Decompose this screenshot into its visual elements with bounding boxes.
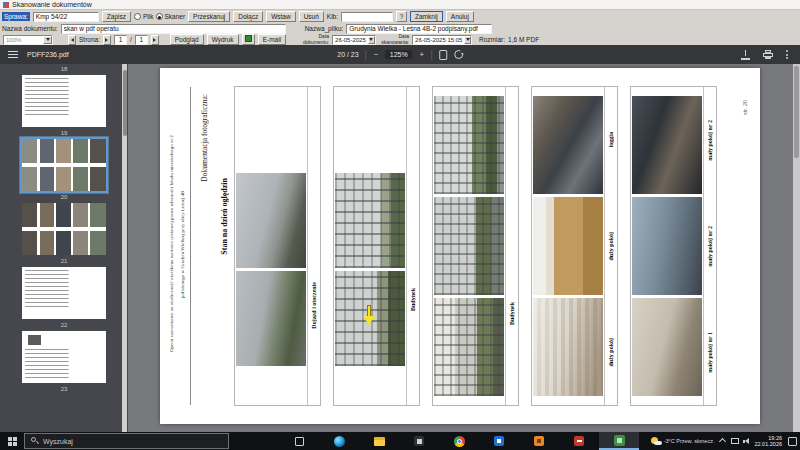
chrome-button[interactable]: [439, 432, 479, 450]
taskbar-search[interactable]: Wyszukaj: [24, 433, 229, 449]
taskbar-clock[interactable]: 19:26 22.01.2026: [754, 435, 782, 448]
orange-app-button[interactable]: [519, 432, 559, 450]
thumbnail-scrollbar[interactable]: [122, 64, 127, 432]
photo: [533, 197, 603, 295]
edge-button[interactable]: [319, 432, 359, 450]
weather-text: -3°C Przew. słonecz.: [664, 438, 715, 444]
klb-input[interactable]: [341, 12, 393, 22]
thumbnail-page-21[interactable]: [22, 203, 106, 255]
email-button[interactable]: E-mail: [258, 34, 286, 45]
volume-icon[interactable]: [743, 438, 750, 445]
plik-radio[interactable]: [134, 13, 141, 20]
podglad-button[interactable]: Podgląd: [170, 34, 204, 45]
zoom-level[interactable]: 125%: [385, 50, 413, 59]
data-dokumentu-select[interactable]: 26-05-2025: [332, 35, 376, 45]
taskbar-icons: [279, 432, 639, 450]
nazwa-pliku-input[interactable]: Grudynia Wielka - Leśna 4B-2 podpisany.p…: [346, 24, 492, 34]
green-disk-icon: [245, 35, 252, 42]
print-icon[interactable]: [763, 50, 773, 59]
network-icon[interactable]: [731, 438, 739, 444]
toolbar-separator: [366, 50, 367, 60]
page-last-button[interactable]: [151, 35, 159, 45]
dolacz-button[interactable]: Dołącz: [233, 11, 263, 22]
red-app-button[interactable]: [559, 432, 599, 450]
thumbnail-page-22[interactable]: [22, 267, 106, 319]
clock-date: 22.01.2026: [754, 441, 782, 447]
header-divider: [190, 87, 191, 405]
thumb-label-21: 21: [61, 258, 68, 264]
help-button[interactable]: ?: [396, 11, 407, 22]
page-indicator: 20 / 23: [337, 51, 358, 58]
photo-caption: duży pokój: [608, 338, 614, 367]
thumbnail-page-19[interactable]: [22, 75, 106, 127]
taskbar: Wyszukaj -3°C Przew. słonecz. 19:26 22.0…: [0, 432, 800, 450]
thumbnail-page-23[interactable]: [22, 331, 106, 383]
edge-icon: [334, 436, 345, 447]
data-skanowania-arrow-icon[interactable]: [464, 36, 471, 44]
document-scrollbar[interactable]: [793, 64, 800, 432]
photo-grid: Dojazd i otoczenie Budynek: [234, 86, 729, 408]
data-skanowania-select[interactable]: 26-05-2025 15:05: [412, 35, 472, 45]
wstaw-button[interactable]: Wstaw: [266, 11, 296, 22]
more-options-icon[interactable]: [786, 50, 788, 59]
document-subheading: Stan na dzień oględzin: [220, 178, 229, 255]
system-tray: -3°C Przew. słonecz. 19:26 22.01.2026: [650, 435, 800, 448]
photo-caption: mały pokój nr 2: [707, 120, 713, 161]
weather-widget[interactable]: -3°C Przew. słonecz.: [650, 436, 715, 447]
page-prev-button[interactable]: [68, 35, 76, 45]
fit-page-icon[interactable]: [439, 50, 447, 60]
app-icon: [3, 2, 9, 8]
zamknij-button[interactable]: Zamknij: [410, 11, 443, 22]
menu-icon[interactable]: [8, 51, 18, 58]
wydruk-button[interactable]: Wydruk: [207, 34, 239, 45]
zoom-out-button[interactable]: −: [374, 51, 378, 58]
data-skanowania-label: Data skanowania:: [379, 34, 409, 45]
page-separator: /: [130, 36, 132, 43]
thumb-label-19: 19: [61, 130, 68, 136]
photo-section-dojazd: Dojazd i otoczenie: [234, 86, 321, 406]
photo-section-pokoje: loggia duży pokój duży pokój: [531, 86, 618, 406]
dark-app-button[interactable]: [399, 432, 439, 450]
skaner-radio-label: Skaner: [165, 13, 186, 20]
file-explorer-button[interactable]: [359, 432, 399, 450]
photo: [632, 96, 702, 194]
file-explorer-icon: [374, 437, 385, 446]
window-titlebar: Skanowanie dokumentów: [0, 0, 800, 10]
photo: [236, 271, 306, 366]
thumbnail-panel: 18 19 20 21 22 23: [0, 64, 128, 432]
nazwa-dokumentu-input[interactable]: skan w pdf operatu: [61, 24, 286, 34]
strona-label: Strona:: [79, 36, 100, 43]
zapisz-button[interactable]: Zapisz: [102, 11, 131, 22]
window-title: Skanowanie dokumentów: [12, 1, 92, 8]
red-app-icon: [574, 436, 584, 446]
photo: [434, 298, 504, 396]
rotate-icon[interactable]: [454, 50, 463, 59]
download-icon[interactable]: [741, 50, 750, 60]
action-center-icon[interactable]: [788, 437, 797, 446]
photo-caption: loggia: [608, 132, 614, 147]
zoom-select[interactable]: 100%: [3, 35, 53, 45]
skaner-radio[interactable]: [156, 13, 163, 20]
data-dokumentu-arrow-icon[interactable]: [368, 36, 375, 44]
usun-button[interactable]: Usuń: [299, 11, 324, 22]
search-icon: [31, 437, 39, 445]
zoom-select-arrow-icon[interactable]: [43, 36, 52, 44]
page-current-input[interactable]: 1: [114, 35, 127, 45]
start-button[interactable]: [0, 432, 24, 450]
klb-label: Klb:: [327, 13, 338, 20]
thumbnail-page-20-selected[interactable]: [22, 139, 106, 191]
tray-expand-icon[interactable]: [719, 437, 726, 444]
pdf-body: 18 19 20 21 22 23 Operat szacunkowy na o…: [0, 64, 800, 432]
sprawa-label: Sprawa:: [2, 12, 30, 21]
photo-caption: duży pokój: [608, 232, 614, 261]
przeskanuj-button[interactable]: Przeskanuj: [188, 11, 230, 22]
anuluj-button[interactable]: Anuluj: [446, 11, 474, 22]
windows-logo-icon: [8, 437, 17, 446]
scanner-app-button-active[interactable]: [599, 432, 639, 450]
zoom-in-button[interactable]: +: [420, 51, 424, 58]
save-green-button[interactable]: [242, 34, 255, 45]
sprawa-input[interactable]: Kmp 54/22: [33, 12, 99, 22]
blue-app-button[interactable]: [479, 432, 519, 450]
page-next-button[interactable]: [103, 35, 111, 45]
task-view-button[interactable]: [279, 432, 319, 450]
